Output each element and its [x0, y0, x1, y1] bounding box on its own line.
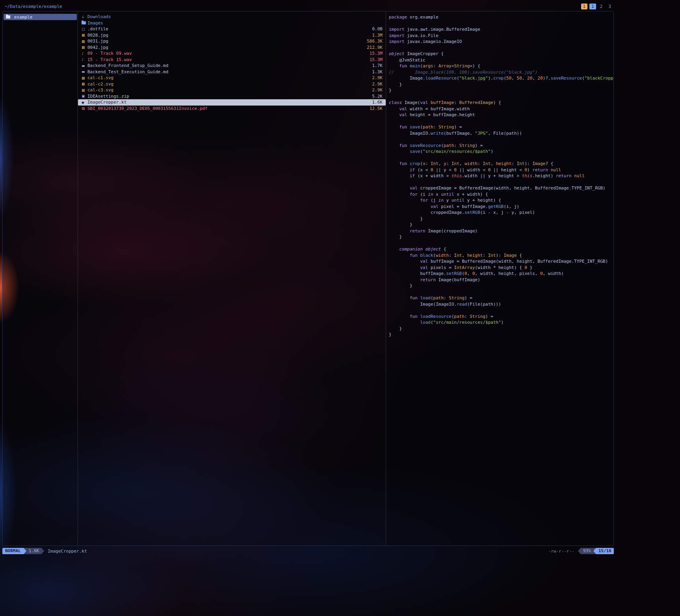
panes-container: example ↓DownloadsImages□.dotfile0.0B▦00…: [2, 11, 614, 546]
code-line: save("src/main/resources/$path"): [389, 148, 613, 155]
file-row[interactable]: ▨SBI_0032013739_2023_DE05_0003155631Invo…: [78, 106, 386, 112]
image-icon: ▦: [82, 82, 87, 86]
code-line: val height = buffImage.height: [389, 112, 613, 118]
file-size: 5.2K: [372, 94, 383, 99]
file-list-pane[interactable]: ↓DownloadsImages□.dotfile0.0B▦0028.jpg1.…: [78, 11, 386, 546]
code-line: for (j in y until y + height) {: [389, 197, 613, 204]
file-size: 212.9K: [367, 45, 383, 50]
image-icon: ▦: [82, 88, 87, 92]
powerline-separator: [24, 548, 26, 554]
image-icon: ▦: [82, 45, 87, 49]
file-row[interactable]: ↓Downloads: [78, 14, 386, 20]
file-name: 15 - Track 15.wav: [87, 57, 132, 62]
cursor-position-indicator: 15/16: [596, 548, 614, 554]
code-line: import java.awt.image.BufferedImage: [389, 26, 613, 33]
code-line: [389, 118, 613, 124]
file-size: 0.0B: [372, 26, 383, 32]
file-name: cal-c3.svg: [87, 87, 113, 93]
tab-4[interactable]: 3: [606, 4, 613, 9]
code-line: }: [389, 82, 613, 88]
file-row[interactable]: ▦0028.jpg1.3M: [78, 32, 386, 39]
folder-icon: [82, 21, 86, 24]
file-row[interactable]: ♪09 - Track 09.wav15.3M: [78, 50, 386, 57]
file-size: 2.9K: [372, 82, 383, 87]
code-line: fun black(width: Int, height: Int): Imag…: [389, 252, 613, 259]
file-name: Backend_Frontend_Setup_Guide.md: [87, 63, 168, 68]
code-line: Image(ImageIO.read(File(path))): [389, 301, 613, 308]
file-row[interactable]: Images: [78, 20, 386, 26]
file-size: 1.7K: [372, 63, 383, 68]
code-line: val croppedImage = BufferedImage(width, …: [389, 185, 613, 191]
file-size: 1.3M: [372, 33, 383, 38]
file-name: Images: [87, 20, 103, 26]
scroll-percent-indicator: 93%: [581, 548, 593, 554]
code-line: return Image(croppedImage): [389, 228, 613, 234]
file-row[interactable]: ♪15 - Track 15.wav15.3M: [78, 57, 386, 63]
image-icon: ▦: [82, 39, 87, 43]
code-line: }: [389, 216, 613, 222]
archive-icon: ▣: [82, 94, 87, 98]
code-line: @JvmStatic: [389, 57, 613, 63]
image-icon: ▦: [82, 76, 87, 80]
code-line: import java.io.File: [389, 33, 613, 39]
code-line: if (x < 0 || y < 0 || width < 0 || heigh…: [389, 167, 613, 173]
file-row[interactable]: ▬Backend_Frontend_Setup_Guide.md1.7K: [78, 63, 386, 69]
tab-2[interactable]: 1: [589, 4, 596, 9]
code-line: }: [389, 222, 613, 228]
code-line: val buffImage = BufferedImage(width, hei…: [389, 258, 613, 265]
code-line: load("src/main/resources/$path"): [389, 319, 613, 326]
file-row[interactable]: □.dotfile0.0B: [78, 26, 386, 32]
file-row[interactable]: ▣IDEAsettings.zip5.2K: [78, 93, 386, 100]
code-line: [389, 179, 613, 186]
code-line: fun loadResource(path: String) =: [389, 314, 613, 320]
file-row[interactable]: ▬Backend_Test_Execution_Guide.md1.3K: [78, 69, 386, 75]
code-line: object ImageCropper {: [389, 51, 613, 57]
file-name: 09 - Track 09.wav: [87, 51, 132, 56]
file-name: cal-c1.svg: [87, 75, 113, 80]
code-line: Image.loadResource("black.jpg").crop(50,…: [389, 75, 613, 82]
file-size: 1.6K: [372, 100, 383, 105]
folder-icon: [6, 15, 10, 19]
file-size: 1.3K: [372, 69, 383, 74]
tab-bar: 1123: [579, 4, 613, 9]
code-line: [389, 240, 613, 247]
code-line: [389, 45, 613, 51]
file-row[interactable]: ▦cal-c1.svg2.9K: [78, 75, 386, 81]
file-size-indicator: 1.6K: [26, 548, 42, 554]
code-line: croppedImage.setRGB(i - x, j - y, pixel): [389, 210, 613, 216]
file-row[interactable]: ▦0031.jpg586.3K: [78, 38, 386, 45]
file-name: SBI_0032013739_2023_DE05_0003155631Invoi…: [87, 106, 208, 111]
code-line: ImageIO.write(buffImage, "JPG", File(pat…: [389, 130, 613, 137]
kotlin-icon: ◆: [82, 100, 87, 104]
parent-dir-item[interactable]: example: [4, 14, 77, 20]
file-size: 2.9K: [372, 87, 383, 93]
pdf-icon: ▨: [82, 106, 87, 110]
code-line: fun save(path: String) =: [389, 124, 613, 130]
status-right-group: -rw-r--r-- 93% 15/16: [548, 548, 614, 554]
file-name: IDEAsettings.zip: [87, 94, 129, 99]
code-line: class Image(val buffImage: BufferedImage…: [389, 100, 613, 106]
file-name: 0031.jpg: [87, 39, 108, 44]
tab-3[interactable]: 2: [598, 4, 605, 9]
file-row[interactable]: ◆ImageCropper.kt1.6K: [78, 99, 386, 106]
file-name: 0028.jpg: [87, 33, 108, 38]
code-line: package org.example: [389, 14, 613, 20]
code-line: return Image(buffImage): [389, 277, 613, 283]
mode-indicator: NORMAL: [2, 548, 24, 554]
audio-icon: ♪: [82, 58, 87, 61]
code-line: import javax.imageio.ImageIO: [389, 39, 613, 45]
permissions-text: -rw-r--r--: [548, 549, 574, 554]
code-line: fun main(args: Array<String>) {: [389, 63, 613, 69]
file-row[interactable]: ▦cal-c3.svg2.9K: [78, 87, 386, 93]
tab-1[interactable]: 1: [581, 4, 588, 9]
code-line: if (x + width > this.width || y + height…: [389, 173, 613, 179]
file-row[interactable]: ▦cal-c2.svg2.9K: [78, 81, 386, 87]
current-file-name: ImageCropper.kt: [48, 549, 87, 554]
file-size: 15.3M: [370, 57, 383, 62]
code-line: fun crop(x: Int, y: Int, width: Int, hei…: [389, 161, 613, 167]
file-row[interactable]: ▦0042.jpg212.9K: [78, 45, 386, 51]
code-line: buffImage.setRGB(0, 0, width, height, pi…: [389, 271, 613, 277]
code-line: for (i in x until x + width) {: [389, 191, 613, 198]
preview-pane[interactable]: package org.example import java.awt.imag…: [386, 11, 614, 546]
file-icon: □: [82, 27, 87, 31]
